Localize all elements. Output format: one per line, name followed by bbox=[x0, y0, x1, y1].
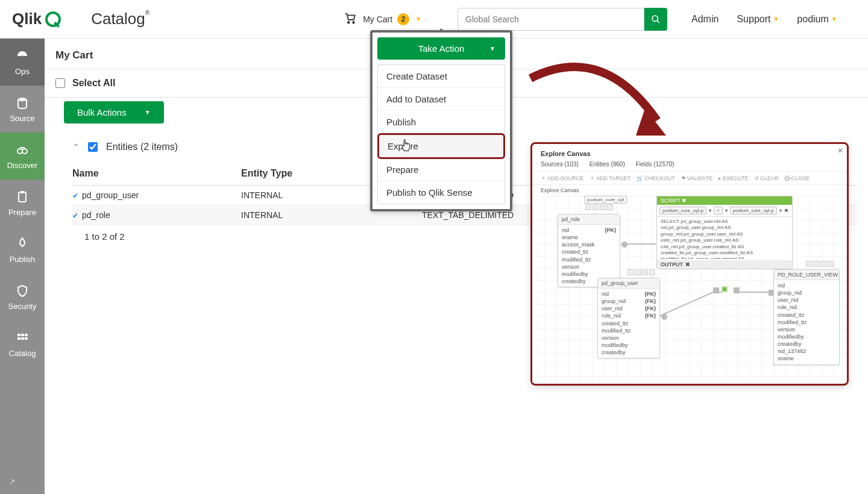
brand-text: Qlik bbox=[12, 10, 42, 28]
canvas-body: podium_core_uyt pd_role nid(PK)snameacce… bbox=[532, 196, 847, 383]
canvas-title: Explore Canvas bbox=[532, 144, 847, 161]
sidebar-item-publish[interactable]: Publish bbox=[0, 227, 45, 274]
svg-rect-14 bbox=[25, 337, 28, 340]
check-icon: ✔ bbox=[72, 192, 78, 200]
clear-button[interactable]: ↺CLEAR bbox=[754, 175, 778, 181]
explore-canvas-preview: ✕ Explore Canvas Sources (103) Entities … bbox=[530, 142, 849, 386]
svg-point-6 bbox=[22, 149, 27, 154]
sidebar-item-catalog[interactable]: Catalog bbox=[0, 320, 45, 367]
brand-logo: Qlik bbox=[12, 10, 61, 28]
node-output-view[interactable]: PD_ROLE_USER_VIEW nidgroup_niduser_nidro… bbox=[773, 269, 840, 365]
svg-rect-8 bbox=[20, 191, 24, 193]
svg-rect-10 bbox=[21, 334, 24, 336]
shield-icon bbox=[15, 284, 30, 298]
select-all-label: Select All bbox=[72, 78, 115, 89]
node-tools[interactable] bbox=[806, 261, 834, 267]
execute-button[interactable]: ▸EXECUTE bbox=[719, 175, 749, 181]
add-target-button[interactable]: ＋ADD TARGET bbox=[590, 174, 631, 182]
menu-prepare[interactable]: Prepare bbox=[378, 158, 505, 181]
select-all-checkbox[interactable] bbox=[55, 78, 65, 88]
tab-sources[interactable]: Sources (103) bbox=[541, 161, 579, 167]
add-source-button[interactable]: ＋ADD SOURCE bbox=[541, 174, 583, 182]
tab-entities[interactable]: Entities (960) bbox=[590, 161, 625, 167]
svg-rect-12 bbox=[17, 337, 20, 340]
svg-point-3 bbox=[22, 55, 24, 57]
validate-button[interactable]: ⚑VALIDATE bbox=[681, 175, 712, 181]
sidebar-item-prepare[interactable]: Prepare bbox=[0, 180, 45, 227]
sidebar: Ops Source Discover Prepare Publish Secu… bbox=[0, 39, 45, 494]
rocket-icon bbox=[15, 237, 30, 251]
svg-rect-11 bbox=[25, 334, 28, 336]
database-icon bbox=[15, 96, 30, 110]
output-port[interactable] bbox=[661, 314, 667, 320]
node-pd-group-user[interactable]: pd_group_user nid(PK)group_nid(FK)user_n… bbox=[597, 278, 660, 358]
entities-label: Entities (2 items) bbox=[106, 142, 178, 152]
menu-publish-qlik-sense[interactable]: Publish to Qlik Sense bbox=[378, 181, 505, 204]
search-button[interactable] bbox=[644, 8, 667, 31]
canvas-toolbar: ＋ADD SOURCE ＋ADD TARGET 🛒CHECKOUT ⚑VALID… bbox=[532, 171, 847, 185]
svg-rect-7 bbox=[19, 192, 26, 202]
node-pd-role[interactable]: pd_role nid(PK)snameaccess_maskcreated_t… bbox=[558, 214, 620, 287]
chevron-down-icon: ▼ bbox=[415, 16, 421, 22]
sidebar-item-ops[interactable]: Ops bbox=[0, 39, 45, 86]
cart-button[interactable]: My Cart 2 ▼ bbox=[342, 11, 421, 27]
connector[interactable] bbox=[734, 287, 740, 293]
close-button[interactable]: ⏻CLOSE bbox=[784, 175, 810, 181]
qlik-icon bbox=[45, 11, 61, 27]
chevron-down-icon: ▼ bbox=[773, 16, 779, 22]
node-tools[interactable] bbox=[627, 269, 655, 275]
svg-point-0 bbox=[348, 22, 350, 23]
svg-point-1 bbox=[353, 22, 354, 23]
svg-point-4 bbox=[18, 98, 27, 101]
chevron-down-icon: ▼ bbox=[489, 45, 495, 52]
svg-point-2 bbox=[652, 16, 658, 21]
bulk-actions-button[interactable]: Bulk Actions ▼ bbox=[64, 101, 164, 124]
svg-point-5 bbox=[17, 149, 22, 154]
nav-support[interactable]: Support▼ bbox=[737, 14, 779, 25]
product-name: Catalog® bbox=[91, 10, 149, 28]
output-port[interactable] bbox=[621, 242, 627, 248]
nav-user-menu[interactable]: podium▼ bbox=[797, 14, 837, 25]
collapse-toggle[interactable]: ⌃ bbox=[72, 142, 80, 152]
sidebar-expand[interactable] bbox=[0, 470, 45, 494]
search-icon bbox=[651, 14, 661, 24]
tab-fields[interactable]: Fields (12570) bbox=[636, 161, 675, 167]
canvas-subtitle: Explore Canvas bbox=[532, 185, 847, 196]
sidebar-item-security[interactable]: Security bbox=[0, 274, 45, 320]
sidebar-item-source[interactable]: Source bbox=[0, 86, 45, 133]
binoculars-icon bbox=[15, 143, 30, 157]
chevron-down-icon: ▼ bbox=[831, 16, 837, 22]
check-icon: ✔ bbox=[72, 211, 78, 220]
svg-rect-13 bbox=[21, 337, 24, 340]
menu-create-dataset[interactable]: Create Dataset bbox=[378, 65, 505, 88]
menu-explore[interactable]: Explore bbox=[377, 133, 505, 159]
close-icon[interactable]: ✕ bbox=[837, 146, 843, 155]
node-script[interactable]: SCRIPT ✖ podium_core_uyt.p▾ =▾ podium_co… bbox=[656, 196, 793, 269]
menu-add-to-dataset[interactable]: Add to Dataset bbox=[378, 88, 505, 111]
search-input[interactable] bbox=[458, 8, 644, 31]
connector[interactable] bbox=[713, 287, 719, 293]
connector-active[interactable] bbox=[722, 286, 728, 292]
take-action-button[interactable]: Take Action ▼ bbox=[377, 37, 505, 60]
nav-admin[interactable]: Admin bbox=[691, 14, 719, 25]
checkout-button[interactable]: 🛒CHECKOUT bbox=[637, 175, 675, 181]
node-tools[interactable] bbox=[585, 204, 613, 210]
gauge-icon bbox=[15, 49, 30, 63]
menu-publish[interactable]: Publish bbox=[378, 111, 505, 134]
svg-rect-9 bbox=[17, 334, 20, 336]
cart-label: My Cart bbox=[363, 14, 392, 24]
canvas-tabs: Sources (103) Entities (960) Fields (125… bbox=[532, 161, 847, 171]
sidebar-item-discover[interactable]: Discover bbox=[0, 133, 45, 180]
cart-count-badge: 2 bbox=[397, 13, 409, 25]
take-action-popover: Take Action ▼ Create Dataset Add to Data… bbox=[370, 30, 512, 211]
header-nav: Admin Support▼ podium▼ bbox=[691, 14, 837, 25]
col-name: Name bbox=[72, 168, 241, 179]
cart-icon bbox=[342, 11, 358, 27]
action-menu: Create Dataset Add to Dataset Publish Ex… bbox=[377, 64, 505, 204]
annotation-arrow bbox=[518, 48, 687, 157]
entities-checkbox[interactable] bbox=[88, 142, 98, 152]
chevron-down-icon: ▼ bbox=[145, 109, 151, 116]
expand-icon bbox=[7, 477, 17, 487]
clipboard-icon bbox=[15, 190, 30, 204]
source-chip[interactable]: podium_core_uyt bbox=[584, 196, 627, 204]
